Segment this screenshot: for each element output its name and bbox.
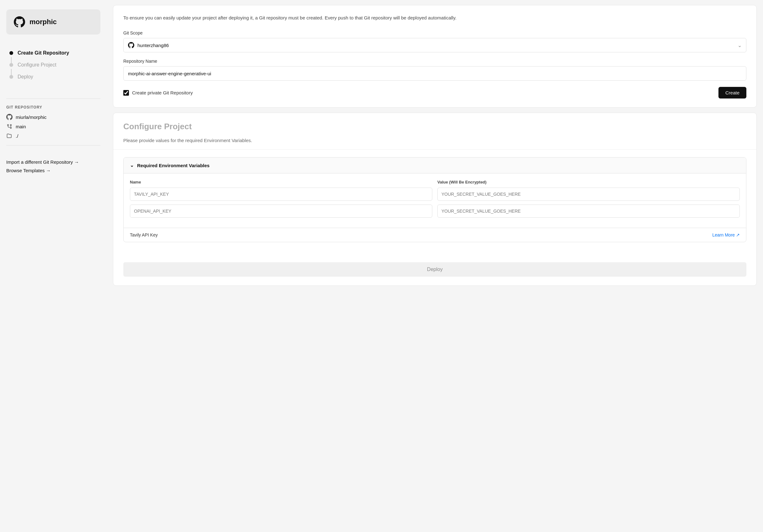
folder-icon (6, 133, 13, 139)
repo-name-label: Repository Name (123, 59, 746, 64)
github-scope-icon (128, 42, 134, 48)
configure-subtitle: Please provide values for the required E… (123, 138, 746, 143)
git-scope-select[interactable]: hunterzhang86 ⌄ (123, 38, 746, 53)
step-dot-create-git (9, 51, 13, 55)
git-scope-value: hunterzhang86 (138, 43, 738, 48)
svg-point-1 (10, 127, 12, 129)
github-small-icon (6, 114, 13, 120)
github-icon (14, 16, 25, 28)
git-repo-value: miurla/morphic (16, 115, 47, 120)
svg-point-2 (10, 125, 12, 126)
steps: Create Git Repository Configure Project … (6, 47, 100, 83)
git-branch-item: main (6, 123, 100, 130)
env-value-input-1[interactable] (437, 188, 740, 201)
deploy-button[interactable]: Deploy (123, 262, 746, 277)
import-git-link[interactable]: Import a different Git Repository → (6, 160, 100, 165)
deploy-section: Deploy (113, 256, 756, 285)
configure-card: Configure Project Please provide values … (113, 113, 757, 286)
git-repo-item: miurla/morphic (6, 114, 100, 120)
svg-point-0 (8, 125, 9, 126)
git-section: GIT REPOSITORY miurla/morphic ma (6, 105, 100, 142)
configure-title: Configure Project (123, 122, 746, 132)
git-path-item: ./ (6, 133, 100, 139)
env-row-1 (130, 188, 740, 201)
step-label-configure: Configure Project (18, 62, 56, 68)
learn-more-link[interactable]: Learn More ↗ (712, 232, 740, 238)
env-name-col-header: Name (130, 180, 432, 184)
sidebar-links: Import a different Git Repository → Brow… (6, 160, 100, 173)
step-configure: Configure Project (9, 59, 100, 71)
step-dot-deploy (9, 75, 13, 79)
env-accordion: ⌄ Required Environment Variables Name Va… (123, 157, 746, 242)
create-git-card: To ensure you can easily update your pro… (113, 5, 757, 108)
private-repo-label: Create private Git Repository (132, 90, 193, 95)
env-footer-text: Tavily API Key (130, 232, 158, 238)
env-value-input-2[interactable] (437, 204, 740, 218)
env-section-label: Required Environment Variables (137, 163, 210, 168)
git-scope-group: Git Scope hunterzhang86 ⌄ (123, 31, 746, 53)
git-section-label: GIT REPOSITORY (6, 105, 100, 109)
git-scope-label: Git Scope (123, 31, 746, 36)
configure-body: ⌄ Required Environment Variables Name Va… (113, 150, 756, 256)
env-table-headers: Name Value (Will Be Encrypted) (130, 180, 740, 184)
git-path-value: ./ (16, 133, 18, 139)
env-row-2 (130, 204, 740, 218)
main-content: To ensure you can easily update your pro… (107, 0, 763, 532)
browse-templates-link[interactable]: Browse Templates → (6, 168, 100, 173)
env-footer: Tavily API Key Learn More ↗ (124, 228, 746, 242)
step-label-create-git: Create Git Repository (18, 50, 69, 56)
repo-name-input[interactable] (123, 66, 746, 81)
private-repo-checkbox[interactable] (123, 90, 129, 96)
chevron-down-env-icon: ⌄ (130, 162, 134, 168)
sidebar: morphic Create Git Repository Configure … (0, 0, 107, 532)
env-accordion-header[interactable]: ⌄ Required Environment Variables (124, 158, 746, 173)
git-branch-value: main (16, 124, 26, 129)
checkbox-row: Create private Git Repository Create (123, 87, 746, 98)
configure-header: Configure Project Please provide values … (113, 113, 756, 150)
step-deploy: Deploy (9, 71, 100, 83)
private-repo-group: Create private Git Repository (123, 90, 193, 96)
env-name-input-2[interactable] (130, 204, 432, 218)
create-button[interactable]: Create (718, 87, 746, 98)
repo-name-group: Repository Name (123, 59, 746, 81)
git-description: To ensure you can easily update your pro… (123, 14, 746, 22)
env-name-input-1[interactable] (130, 188, 432, 201)
step-dot-configure (9, 63, 13, 67)
sidebar-divider-2 (6, 145, 100, 146)
sidebar-divider (6, 98, 100, 99)
chevron-down-icon: ⌄ (738, 42, 742, 48)
env-accordion-body: Name Value (Will Be Encrypted) (124, 173, 746, 228)
project-name: morphic (30, 18, 57, 26)
env-value-col-header: Value (Will Be Encrypted) (437, 180, 740, 184)
step-label-deploy: Deploy (18, 74, 33, 80)
branch-icon (6, 123, 13, 130)
project-card: morphic (6, 9, 100, 35)
step-create-git: Create Git Repository (9, 47, 100, 59)
